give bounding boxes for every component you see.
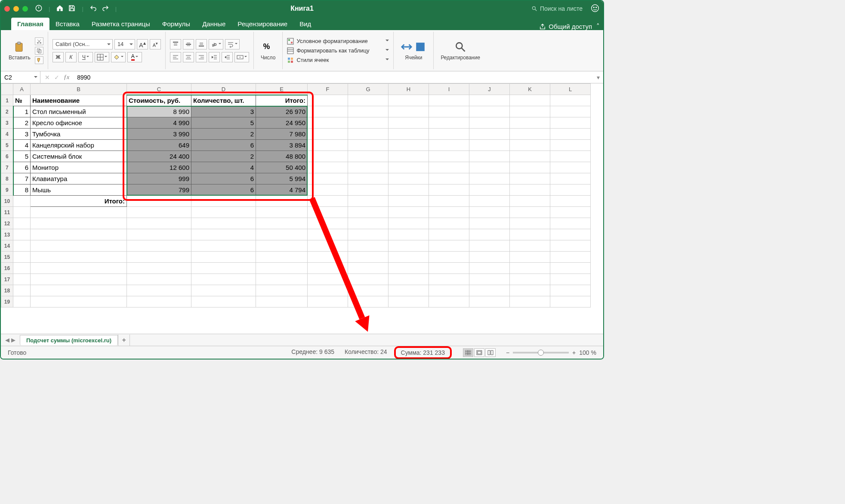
cell[interactable] — [31, 252, 127, 263]
cell[interactable] — [31, 296, 127, 307]
cell[interactable]: 50 400 — [256, 162, 308, 173]
row-header[interactable]: 5 — [1, 140, 13, 151]
cell[interactable]: № — [13, 95, 31, 106]
cell[interactable] — [308, 95, 348, 106]
cell[interactable]: 8 990 — [127, 106, 191, 117]
column-header[interactable]: K — [510, 84, 550, 95]
redo-icon[interactable] — [102, 4, 109, 13]
cell[interactable] — [308, 162, 348, 173]
cell[interactable] — [191, 229, 256, 240]
cell[interactable] — [469, 252, 510, 263]
tab-data[interactable]: Данные — [196, 18, 231, 30]
cell[interactable] — [127, 263, 191, 274]
cell[interactable] — [550, 173, 591, 184]
cell[interactable] — [429, 229, 469, 240]
cell[interactable] — [308, 252, 348, 263]
cell[interactable] — [348, 106, 389, 117]
cell[interactable] — [429, 207, 469, 218]
cell[interactable] — [510, 173, 550, 184]
cell[interactable] — [510, 296, 550, 307]
cell[interactable] — [348, 296, 389, 307]
cell[interactable]: 6 — [191, 140, 256, 151]
cell[interactable] — [13, 229, 31, 240]
cell[interactable] — [510, 240, 550, 252]
cell[interactable] — [550, 106, 591, 117]
cell[interactable] — [550, 240, 591, 252]
cell[interactable] — [389, 274, 429, 285]
decrease-indent-button[interactable] — [209, 52, 220, 62]
column-header[interactable]: H — [389, 84, 429, 95]
align-right-button[interactable] — [196, 52, 207, 62]
cell[interactable] — [308, 151, 348, 162]
spreadsheet-grid[interactable]: ABCDEFGHIJKL1№НаименованиеСтоимость, руб… — [1, 83, 603, 334]
font-size-combo[interactable]: 14 — [114, 39, 135, 49]
cell[interactable] — [256, 252, 308, 263]
add-sheet-button[interactable]: + — [118, 335, 130, 346]
row-header[interactable]: 11 — [1, 207, 13, 218]
share-button[interactable]: Общий доступ — [539, 23, 592, 30]
cell[interactable] — [308, 106, 348, 117]
italic-button[interactable]: К — [65, 52, 77, 62]
cell[interactable]: Итого: — [256, 95, 308, 106]
row-header[interactable]: 19 — [1, 296, 13, 307]
tab-review[interactable]: Рецензирование — [231, 18, 293, 30]
cell[interactable] — [348, 151, 389, 162]
cell[interactable]: 6 — [191, 173, 256, 184]
row-header[interactable]: 13 — [1, 229, 13, 240]
cell[interactable] — [348, 117, 389, 129]
cell[interactable] — [308, 285, 348, 296]
confirm-formula-icon[interactable]: ✓ — [54, 74, 59, 81]
row-header[interactable]: 2 — [1, 106, 13, 117]
page-layout-view-button[interactable] — [474, 348, 484, 357]
cell[interactable] — [510, 207, 550, 218]
cell[interactable] — [13, 218, 31, 229]
cell[interactable] — [469, 95, 510, 106]
cell[interactable] — [308, 207, 348, 218]
normal-view-button[interactable] — [463, 348, 473, 357]
cell[interactable] — [308, 196, 348, 207]
cell[interactable] — [13, 196, 31, 207]
row-header[interactable]: 1 — [1, 95, 13, 106]
cell[interactable]: 24 400 — [127, 151, 191, 162]
cell[interactable] — [389, 129, 429, 140]
cell[interactable]: 5 994 — [256, 173, 308, 184]
row-header[interactable]: 15 — [1, 252, 13, 263]
column-header[interactable]: E — [256, 84, 308, 95]
row-header[interactable]: 18 — [1, 285, 13, 296]
cell[interactable] — [348, 274, 389, 285]
cell[interactable] — [510, 117, 550, 129]
row-header[interactable]: 4 — [1, 129, 13, 140]
cell[interactable] — [191, 207, 256, 218]
cell[interactable]: 24 950 — [256, 117, 308, 129]
cell[interactable] — [191, 240, 256, 252]
cell[interactable] — [550, 196, 591, 207]
cell[interactable] — [469, 240, 510, 252]
cell[interactable] — [348, 184, 389, 196]
cell[interactable] — [550, 151, 591, 162]
home-icon[interactable] — [56, 4, 64, 13]
cell[interactable] — [348, 263, 389, 274]
cell[interactable]: 3 — [191, 106, 256, 117]
cell[interactable]: 3 990 — [127, 129, 191, 140]
cell[interactable] — [127, 252, 191, 263]
cell[interactable] — [348, 207, 389, 218]
cell[interactable] — [348, 196, 389, 207]
cell[interactable] — [510, 218, 550, 229]
cells-button[interactable]: Ячейки — [398, 39, 429, 62]
cell[interactable]: Итого: — [31, 196, 127, 207]
cell[interactable] — [31, 263, 127, 274]
row-header[interactable]: 3 — [1, 117, 13, 129]
row-header[interactable]: 17 — [1, 274, 13, 285]
cell[interactable] — [389, 218, 429, 229]
cell[interactable]: Канцелярский набор — [31, 140, 127, 151]
font-color-button[interactable]: А — [127, 52, 142, 62]
cell[interactable] — [429, 240, 469, 252]
cell[interactable] — [31, 218, 127, 229]
zoom-in-button[interactable]: + — [572, 349, 576, 356]
cell[interactable] — [469, 285, 510, 296]
cell[interactable] — [550, 252, 591, 263]
cell[interactable] — [256, 207, 308, 218]
cell[interactable] — [348, 173, 389, 184]
row-header[interactable]: 12 — [1, 218, 13, 229]
collapse-ribbon-button[interactable]: ˄ — [596, 22, 600, 30]
